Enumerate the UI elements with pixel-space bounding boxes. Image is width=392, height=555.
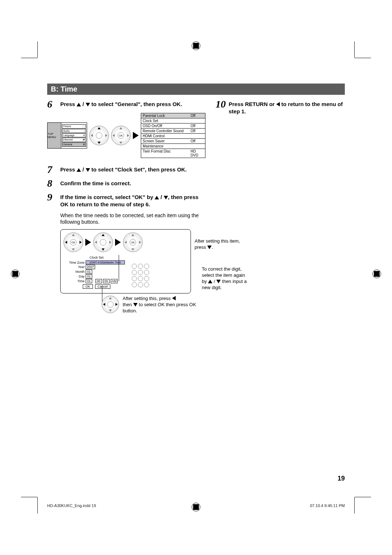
down-icon (86, 103, 90, 106)
step-text: If the time is correct, select "OK" by /… (60, 192, 205, 208)
arrow-right-icon (115, 239, 121, 246)
up-icon (77, 168, 81, 172)
page-number: 19 (338, 475, 345, 482)
step-text: Press / to select "Clock Set", then pres… (60, 165, 187, 173)
step-6: 6 Press / to select "General", then pres… (47, 99, 205, 109)
registration-mark-top (192, 41, 200, 50)
menu-item: Ethernet⇄ (62, 138, 86, 142)
menu-item: Audio♪ (62, 129, 86, 133)
after-setting-item-note: After setting this item, press . (195, 238, 249, 251)
down-icon (133, 303, 138, 307)
step-number: 9 (47, 192, 60, 202)
table-row: Clock Set (141, 118, 205, 123)
step-9: 9 If the time is correct, select "OK" by… (47, 192, 205, 208)
table-row: Parental LockOff (141, 113, 205, 118)
numpad-icon (132, 264, 149, 287)
table-row: OSD On/OffOff (141, 123, 205, 129)
down-icon (164, 196, 168, 199)
step-number: 8 (47, 178, 60, 189)
dpad-icon: OK (64, 232, 83, 252)
registration-mark-right (372, 270, 381, 278)
menu-item: Picture⬚ (62, 124, 86, 129)
clock-diagram-frame: OK OK (60, 229, 191, 293)
up-icon (77, 103, 81, 106)
table-row: HDMI Control (141, 134, 205, 139)
arrow-right-icon (133, 132, 139, 139)
after-setting-this-note: After setting this, press then to select… (123, 296, 205, 314)
table-row: Remote Controller SoundOff (141, 129, 205, 134)
year-value: 2007 (86, 265, 95, 269)
arrow-right-icon (85, 239, 91, 246)
clock-set-panel: Clock Set Time Zone(GMT-4:00)Atlantic Ti… (64, 254, 130, 290)
table-row: Screen SaverOff (141, 139, 205, 144)
dpad-icon (102, 296, 119, 313)
setup-menu-panel: TUP MENU Picture⬚ Audio♪ LanguageA Ether… (47, 122, 87, 149)
dpad-icon (89, 126, 109, 145)
dpad-icon (93, 232, 113, 252)
body-text: When the time needs to be corrected, set… (60, 212, 205, 226)
dpad-ok-icon: OK (123, 232, 143, 252)
dpad-ok-icon: OK (111, 126, 131, 145)
registration-mark-bottom (192, 503, 200, 511)
section-header: B: Time (47, 84, 345, 95)
step-text: Confirm the time is correct. (60, 178, 131, 187)
table-row: Maintenance (141, 144, 205, 149)
down-icon (207, 246, 212, 249)
step-number: 10 (216, 99, 229, 109)
setup-menu-label: TUP MENU (48, 123, 61, 148)
menu-item-selected: General⚙ (62, 142, 86, 147)
cancel-button: Cancel (95, 284, 110, 289)
ok-button: OK (83, 284, 93, 289)
footer-timestamp: 07.10.4 8:45:11 PM (310, 503, 345, 508)
footer-filename: HD-A30KUKC_Eng.indd 19 (47, 503, 96, 508)
left-icon (276, 102, 280, 106)
remote-setup-diagram: TUP MENU Picture⬚ Audio♪ LanguageA Ether… (47, 113, 205, 158)
step-10: 10 Press RETURN or to return to the menu… (216, 99, 345, 116)
step-text: Press RETURN or to return to the menu of… (229, 99, 345, 116)
up-icon (155, 196, 159, 199)
settings-table: Parental LockOff Clock Set OSD On/OffOff… (141, 113, 205, 158)
down-icon (86, 168, 90, 172)
step-8: 8 Confirm the time is correct. (47, 178, 205, 189)
step-number: 6 (47, 99, 60, 109)
down-icon (216, 280, 221, 283)
registration-mark-left (11, 270, 20, 278)
month-value: 01 (86, 270, 92, 274)
left-icon (172, 296, 176, 300)
day-value: 01 (86, 274, 92, 279)
correct-digit-note: To correct the digit, select the item ag… (202, 266, 256, 291)
step-7: 7 Press / to select "Clock Set", then pr… (47, 165, 205, 175)
table-row: Twin Format DiscHD DVD (141, 149, 205, 158)
step-number: 7 (47, 165, 60, 175)
menu-item: LanguageA (62, 133, 86, 137)
step-text: Press / to select "General", then press … (60, 99, 182, 108)
up-icon (208, 280, 212, 283)
